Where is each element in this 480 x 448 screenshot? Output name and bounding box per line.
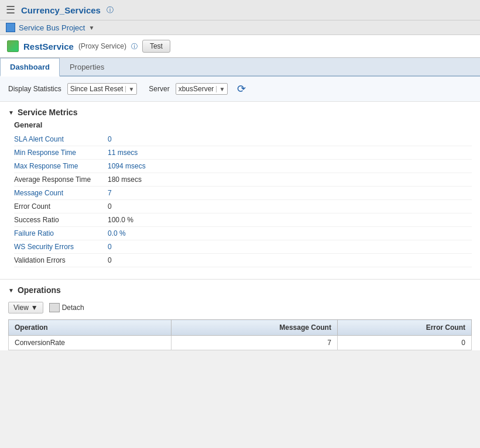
metric-value-min: 11 msecs	[108, 149, 138, 157]
content-area: Display Statistics Since Last Reset ▼ Se…	[0, 77, 480, 350]
metric-value-max: 1094 msecs	[108, 162, 146, 170]
display-statistics-label: Display Statistics	[8, 85, 61, 93]
metric-row: Failure Ratio 0.0 %	[14, 227, 472, 240]
header-info-icon[interactable]: ⓘ	[107, 5, 114, 15]
service-metrics-title: Service Metrics	[18, 108, 78, 117]
metric-value-msg: 7	[108, 189, 112, 197]
metric-row: Success Ratio 100.0 %	[14, 213, 472, 227]
app-title: Currency_Services	[21, 5, 101, 15]
stats-bar: Display Statistics Since Last Reset ▼ Se…	[0, 77, 480, 102]
general-subsection-title: General	[14, 120, 472, 129]
project-dropdown-arrow[interactable]: ▼	[88, 25, 94, 31]
app-header: ☰ Currency_Services ⓘ	[0, 0, 480, 20]
view-bar: View ▼ Detach	[8, 298, 472, 317]
service-type: (Proxy Service)	[78, 42, 126, 50]
test-button[interactable]: Test	[142, 40, 170, 53]
operations-collapse-arrow[interactable]: ▼	[8, 287, 14, 294]
metric-row: Min Response Time 11 msecs	[14, 146, 472, 160]
metric-label-validation: Validation Errors	[14, 256, 108, 264]
service-metrics-header: ▼ Service Metrics	[0, 102, 480, 120]
subheader: Service Bus Project ▼	[0, 20, 480, 35]
metric-label-min: Min Response Time	[14, 149, 108, 157]
tab-bar: Dashboard Properties	[0, 58, 480, 77]
server-select-arrow[interactable]: ▼	[216, 86, 225, 92]
metric-row: Max Response Time 1094 msecs	[14, 160, 472, 173]
server-select-value: xbusServer	[179, 85, 214, 93]
metric-value-ws: 0	[108, 243, 112, 251]
cell-message-count: 7	[171, 336, 337, 350]
metric-label-success: Success Ratio	[14, 216, 108, 224]
tab-dashboard[interactable]: Dashboard	[0, 58, 60, 77]
col-operation: Operation	[9, 320, 172, 336]
hamburger-icon[interactable]: ☰	[6, 4, 15, 16]
metrics-section: General SLA Alert Count 0 Min Response T…	[0, 120, 480, 273]
col-message-count: Message Count	[171, 320, 337, 336]
view-dropdown-arrow[interactable]: ▼	[31, 304, 38, 312]
service-icon	[7, 40, 19, 52]
metric-label-avg: Average Response Time	[14, 175, 108, 184]
metric-value-success: 100.0 %	[108, 216, 133, 224]
operations-section: View ▼ Detach Operation Message Count Er…	[0, 298, 480, 350]
metric-label-ws: WS Security Errors	[14, 243, 108, 251]
tab-properties[interactable]: Properties	[60, 58, 114, 77]
metric-value-err: 0	[108, 202, 112, 211]
metric-row: SLA Alert Count 0	[14, 133, 472, 146]
cell-operation: ConversionRate	[9, 336, 172, 350]
service-info-icon[interactable]: ⓘ	[131, 42, 138, 51]
project-label[interactable]: Service Bus Project	[19, 23, 85, 32]
metric-value-sla: 0	[108, 135, 112, 143]
metric-row: Message Count 7	[14, 187, 472, 200]
metric-label-max: Max Response Time	[14, 162, 108, 170]
metric-row: Validation Errors 0	[14, 254, 472, 267]
operations-header: ▼ Operations	[0, 279, 480, 298]
table-row: ConversionRate 7 0	[9, 336, 472, 350]
metric-value-avg: 180 msecs	[108, 175, 142, 184]
metric-label-err: Error Count	[14, 202, 108, 211]
metric-value-validation: 0	[108, 256, 112, 264]
cell-error-count: 0	[337, 336, 471, 350]
server-label: Server	[149, 85, 169, 93]
metric-label-msg: Message Count	[14, 189, 108, 197]
project-icon	[6, 23, 15, 32]
server-select[interactable]: xbusServer ▼	[176, 83, 228, 95]
service-header: RestService (Proxy Service) ⓘ Test	[0, 35, 480, 58]
col-error-count: Error Count	[337, 320, 471, 336]
detach-icon	[49, 303, 60, 312]
metric-row: Error Count 0	[14, 200, 472, 213]
statistics-range-select[interactable]: Since Last Reset ▼	[67, 83, 138, 95]
metric-value-failure: 0.0 %	[108, 229, 126, 237]
metric-label-failure: Failure Ratio	[14, 229, 108, 237]
operations-title: Operations	[18, 285, 61, 295]
operations-table: Operation Message Count Error Count Conv…	[8, 319, 472, 350]
statistics-range-arrow[interactable]: ▼	[125, 86, 134, 92]
service-name: RestService	[23, 42, 74, 51]
metrics-collapse-arrow[interactable]: ▼	[8, 109, 14, 116]
metric-row: WS Security Errors 0	[14, 240, 472, 254]
metric-label-sla: SLA Alert Count	[14, 135, 108, 143]
metric-row: Average Response Time 180 msecs	[14, 173, 472, 187]
detach-label: Detach	[62, 304, 84, 312]
statistics-range-value: Since Last Reset	[70, 85, 124, 93]
detach-button[interactable]: Detach	[49, 303, 84, 312]
view-button[interactable]: View ▼	[8, 302, 43, 313]
view-label: View	[13, 304, 29, 312]
refresh-icon[interactable]: ⟳	[237, 82, 246, 95]
